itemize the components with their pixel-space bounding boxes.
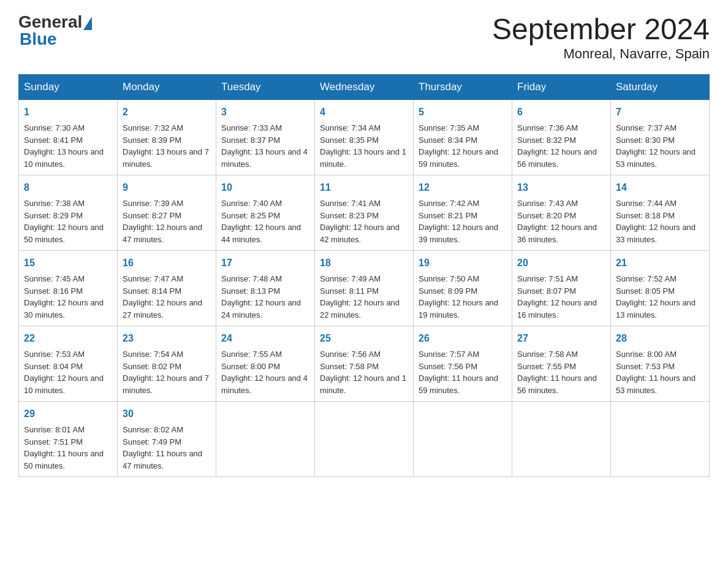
sunset-label: Sunset: 8:41 PM bbox=[24, 136, 83, 145]
day-number: 26 bbox=[419, 331, 507, 346]
calendar-cell: 7 Sunrise: 7:37 AM Sunset: 8:30 PM Dayli… bbox=[611, 100, 710, 175]
calendar-header-row: Sunday Monday Tuesday Wednesday Thursday… bbox=[19, 75, 710, 100]
header-saturday: Saturday bbox=[611, 75, 710, 100]
sunset-label: Sunset: 8:29 PM bbox=[24, 211, 83, 220]
daylight-label: Daylight: 11 hours and 56 minutes. bbox=[517, 373, 597, 395]
sunset-label: Sunset: 8:32 PM bbox=[517, 136, 576, 145]
sunrise-label: Sunrise: 7:41 AM bbox=[320, 199, 381, 208]
daylight-label: Daylight: 12 hours and 50 minutes. bbox=[24, 223, 104, 244]
week-row-4: 22 Sunrise: 7:53 AM Sunset: 8:04 PM Dayl… bbox=[19, 326, 710, 402]
day-number: 30 bbox=[123, 407, 211, 421]
sunset-label: Sunset: 7:56 PM bbox=[419, 362, 477, 371]
sunset-label: Sunset: 8:00 PM bbox=[221, 362, 280, 371]
daylight-label: Daylight: 12 hours and 13 minutes. bbox=[616, 298, 696, 320]
daylight-label: Daylight: 12 hours and 56 minutes. bbox=[517, 147, 597, 169]
sunset-label: Sunset: 8:35 PM bbox=[320, 136, 379, 145]
calendar-cell: 23 Sunrise: 7:54 AM Sunset: 8:02 PM Dayl… bbox=[118, 326, 216, 402]
calendar-cell: 21 Sunrise: 7:52 AM Sunset: 8:05 PM Dayl… bbox=[611, 251, 710, 326]
logo-triangle-icon bbox=[83, 17, 92, 30]
calendar-cell: 9 Sunrise: 7:39 AM Sunset: 8:27 PM Dayli… bbox=[118, 175, 216, 251]
sunrise-label: Sunrise: 7:49 AM bbox=[320, 274, 381, 283]
title-section: September 2024 Monreal, Navarre, Spain bbox=[492, 12, 710, 62]
calendar-cell bbox=[315, 402, 414, 477]
day-number: 28 bbox=[616, 331, 704, 346]
week-row-3: 15 Sunrise: 7:45 AM Sunset: 8:16 PM Dayl… bbox=[19, 251, 710, 326]
week-row-2: 8 Sunrise: 7:38 AM Sunset: 8:29 PM Dayli… bbox=[19, 175, 710, 251]
sunrise-label: Sunrise: 7:57 AM bbox=[419, 350, 479, 359]
daylight-label: Daylight: 12 hours and 16 minutes. bbox=[517, 298, 597, 320]
day-number: 24 bbox=[221, 331, 309, 346]
calendar-cell: 22 Sunrise: 7:53 AM Sunset: 8:04 PM Dayl… bbox=[19, 326, 118, 402]
sunrise-label: Sunrise: 7:51 AM bbox=[517, 274, 578, 283]
day-number: 17 bbox=[221, 256, 309, 270]
sunrise-label: Sunrise: 8:00 AM bbox=[616, 350, 677, 359]
calendar-subtitle: Monreal, Navarre, Spain bbox=[492, 46, 710, 62]
day-number: 14 bbox=[616, 180, 704, 195]
calendar-cell: 6 Sunrise: 7:36 AM Sunset: 8:32 PM Dayli… bbox=[512, 100, 611, 175]
sunset-label: Sunset: 8:21 PM bbox=[419, 211, 477, 220]
sunset-label: Sunset: 8:13 PM bbox=[221, 286, 280, 296]
sunrise-label: Sunrise: 7:33 AM bbox=[221, 123, 282, 132]
daylight-label: Daylight: 12 hours and 53 minutes. bbox=[616, 147, 696, 169]
sunrise-label: Sunrise: 7:42 AM bbox=[419, 199, 479, 208]
sunrise-label: Sunrise: 7:52 AM bbox=[616, 274, 677, 283]
calendar-cell: 1 Sunrise: 7:30 AM Sunset: 8:41 PM Dayli… bbox=[19, 100, 118, 175]
calendar-cell: 20 Sunrise: 7:51 AM Sunset: 8:07 PM Dayl… bbox=[512, 251, 611, 326]
calendar-cell bbox=[611, 402, 710, 477]
sunrise-label: Sunrise: 7:34 AM bbox=[320, 123, 381, 132]
header-thursday: Thursday bbox=[414, 75, 512, 100]
calendar-table: Sunday Monday Tuesday Wednesday Thursday… bbox=[18, 74, 710, 477]
calendar-cell bbox=[512, 402, 611, 477]
day-number: 12 bbox=[419, 180, 507, 195]
daylight-label: Daylight: 12 hours and 1 minute. bbox=[320, 373, 406, 395]
page-header: General Blue September 2024 Monreal, Nav… bbox=[18, 12, 710, 62]
calendar-cell: 16 Sunrise: 7:47 AM Sunset: 8:14 PM Dayl… bbox=[118, 251, 216, 326]
sunrise-label: Sunrise: 7:44 AM bbox=[616, 199, 677, 208]
day-number: 29 bbox=[24, 407, 112, 421]
calendar-cell: 28 Sunrise: 8:00 AM Sunset: 7:53 PM Dayl… bbox=[611, 326, 710, 402]
calendar-cell: 11 Sunrise: 7:41 AM Sunset: 8:23 PM Dayl… bbox=[315, 175, 414, 251]
sunset-label: Sunset: 7:58 PM bbox=[320, 362, 379, 371]
sunrise-label: Sunrise: 7:53 AM bbox=[24, 350, 85, 359]
daylight-label: Daylight: 11 hours and 47 minutes. bbox=[123, 449, 202, 470]
sunrise-label: Sunrise: 7:43 AM bbox=[517, 199, 578, 208]
sunrise-label: Sunrise: 8:02 AM bbox=[123, 425, 183, 434]
daylight-label: Daylight: 12 hours and 4 minutes. bbox=[221, 373, 308, 395]
calendar-cell: 13 Sunrise: 7:43 AM Sunset: 8:20 PM Dayl… bbox=[512, 175, 611, 251]
sunset-label: Sunset: 8:27 PM bbox=[123, 211, 181, 220]
sunrise-label: Sunrise: 7:32 AM bbox=[123, 123, 183, 132]
daylight-label: Daylight: 12 hours and 44 minutes. bbox=[221, 223, 301, 244]
calendar-cell: 10 Sunrise: 7:40 AM Sunset: 8:25 PM Dayl… bbox=[216, 175, 315, 251]
sunset-label: Sunset: 8:04 PM bbox=[24, 362, 83, 371]
day-number: 15 bbox=[24, 256, 112, 270]
calendar-cell: 5 Sunrise: 7:35 AM Sunset: 8:34 PM Dayli… bbox=[414, 100, 512, 175]
day-number: 1 bbox=[24, 105, 112, 120]
week-row-1: 1 Sunrise: 7:30 AM Sunset: 8:41 PM Dayli… bbox=[19, 100, 710, 175]
calendar-cell: 30 Sunrise: 8:02 AM Sunset: 7:49 PM Dayl… bbox=[118, 402, 216, 477]
calendar-cell: 2 Sunrise: 7:32 AM Sunset: 8:39 PM Dayli… bbox=[118, 100, 216, 175]
daylight-label: Daylight: 13 hours and 7 minutes. bbox=[123, 147, 209, 169]
header-wednesday: Wednesday bbox=[315, 75, 414, 100]
day-number: 25 bbox=[320, 331, 408, 346]
sunrise-label: Sunrise: 7:37 AM bbox=[616, 123, 677, 132]
daylight-label: Daylight: 12 hours and 19 minutes. bbox=[419, 298, 498, 320]
sunset-label: Sunset: 7:49 PM bbox=[123, 437, 181, 446]
day-number: 7 bbox=[616, 105, 704, 120]
header-sunday: Sunday bbox=[19, 75, 118, 100]
day-number: 4 bbox=[320, 105, 408, 120]
day-number: 6 bbox=[517, 105, 605, 120]
sunset-label: Sunset: 7:51 PM bbox=[24, 437, 83, 446]
header-monday: Monday bbox=[118, 75, 216, 100]
sunrise-label: Sunrise: 8:01 AM bbox=[24, 425, 85, 434]
sunrise-label: Sunrise: 7:56 AM bbox=[320, 350, 381, 359]
sunset-label: Sunset: 8:34 PM bbox=[419, 136, 477, 145]
sunrise-label: Sunrise: 7:58 AM bbox=[517, 350, 578, 359]
daylight-label: Daylight: 13 hours and 4 minutes. bbox=[221, 147, 308, 169]
day-number: 21 bbox=[616, 256, 704, 270]
sunrise-label: Sunrise: 7:40 AM bbox=[221, 199, 282, 208]
day-number: 27 bbox=[517, 331, 605, 346]
calendar-cell: 4 Sunrise: 7:34 AM Sunset: 8:35 PM Dayli… bbox=[315, 100, 414, 175]
day-number: 16 bbox=[123, 256, 211, 270]
day-number: 8 bbox=[24, 180, 112, 195]
calendar-title: September 2024 bbox=[492, 12, 710, 46]
